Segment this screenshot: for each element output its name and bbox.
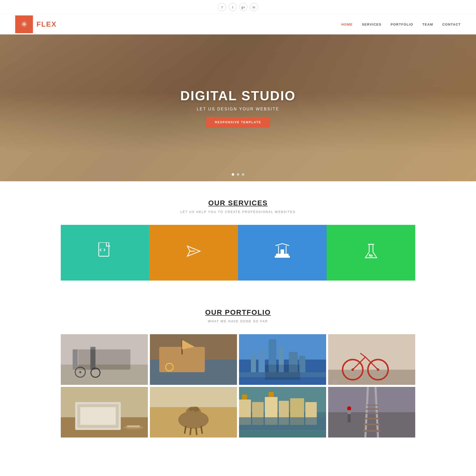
svg-rect-12: [73, 349, 78, 370]
svg-rect-77: [366, 405, 378, 406]
svg-rect-27: [279, 347, 284, 372]
portfolio-item-8[interactable]: [328, 387, 415, 438]
logo[interactable]: ✳ FLEX: [15, 15, 57, 33]
svg-rect-48: [127, 425, 140, 427]
svg-rect-5: [281, 249, 284, 254]
logo-icon: ✳: [21, 19, 28, 29]
nav-services-link[interactable]: SERVICES: [362, 23, 382, 26]
lab-icon: [364, 243, 378, 263]
portfolio-item-4[interactable]: 45: [328, 334, 415, 385]
svg-rect-3: [275, 256, 290, 258]
nav-home[interactable]: HOME: [341, 22, 353, 27]
svg-rect-69: [239, 417, 326, 430]
svg-point-58: [189, 407, 193, 411]
hero-section: DIGITAL STUDIO LET US DESIGN YOUR WEBSIT…: [0, 34, 476, 181]
service-card-code[interactable]: [61, 225, 149, 281]
portfolio-title: OUR PORTFOLIO: [15, 308, 461, 316]
hero-dot-2[interactable]: [237, 173, 239, 176]
hero-subtitle: LET US DESIGN YOUR WEBSITE: [180, 107, 296, 111]
send-icon: [186, 244, 201, 262]
portfolio-item-6[interactable]: [150, 387, 237, 438]
service-card-send[interactable]: [149, 225, 238, 281]
hero-dot-3[interactable]: [242, 173, 244, 176]
portfolio-section: OUR PORTFOLIO WHAT WE HAVE DONE SO FAR: [0, 298, 476, 455]
nav-contact-link[interactable]: CONTACT: [442, 23, 461, 26]
svg-rect-29: [251, 354, 256, 372]
nav-team-link[interactable]: TEAM: [422, 23, 433, 26]
svg-rect-73: [364, 424, 380, 425]
twitter-icon[interactable]: t: [229, 3, 237, 11]
portfolio-item-2[interactable]: [150, 334, 237, 385]
nav-team[interactable]: TEAM: [422, 22, 433, 27]
portfolio-item-1[interactable]: [61, 334, 148, 385]
hero-dots: [232, 173, 244, 176]
portfolio-item-3[interactable]: [239, 334, 326, 385]
library-icon: [273, 243, 291, 263]
google-icon[interactable]: g+: [239, 3, 247, 11]
portfolio-grid: 45: [61, 334, 415, 438]
portfolio-item-5[interactable]: [61, 387, 148, 438]
svg-rect-26: [259, 349, 265, 372]
nav-contact[interactable]: CONTACT: [442, 22, 461, 27]
svg-rect-68: [269, 392, 274, 397]
svg-rect-46: [80, 407, 116, 425]
navbar: ✳ FLEX HOME SERVICES PORTFOLIO TEAM CONT…: [0, 14, 476, 34]
services-title: OUR SERVICES: [15, 199, 461, 207]
linkedin-icon[interactable]: in: [250, 3, 258, 11]
svg-point-57: [193, 407, 199, 412]
svg-rect-30: [299, 356, 305, 372]
svg-point-8: [369, 254, 370, 256]
hero-dot-1[interactable]: [232, 173, 234, 176]
service-card-lab[interactable]: [327, 225, 415, 281]
logo-text: FLEX: [33, 20, 57, 28]
hero-title: DIGITAL STUDIO: [180, 88, 296, 103]
svg-point-79: [347, 406, 351, 410]
svg-rect-13: [90, 347, 95, 370]
nav-links: HOME SERVICES PORTFOLIO TEAM CONTACT: [341, 22, 461, 27]
services-subtitle: LET US HELP YOU TO CREATE PROFESSIONAL W…: [15, 210, 461, 214]
services-grid: [61, 225, 415, 281]
svg-point-80: [347, 410, 351, 414]
svg-rect-25: [269, 339, 276, 372]
svg-line-55: [196, 428, 197, 435]
svg-rect-28: [289, 352, 298, 372]
svg-rect-76: [366, 408, 379, 410]
nav-portfolio-link[interactable]: PORTFOLIO: [391, 23, 413, 26]
svg-rect-31: [239, 372, 326, 377]
social-bar: f t g+ in: [0, 0, 476, 14]
portfolio-subtitle: WHAT WE HAVE DONE SO FAR: [15, 320, 461, 323]
svg-rect-49: [150, 387, 237, 407]
svg-point-15: [79, 371, 81, 373]
code-icon: [97, 242, 113, 263]
facebook-icon[interactable]: f: [218, 3, 226, 11]
logo-box: ✳: [15, 15, 33, 33]
nav-portfolio[interactable]: PORTFOLIO: [391, 22, 413, 27]
nav-home-link[interactable]: HOME: [341, 23, 353, 26]
nav-services[interactable]: SERVICES: [362, 22, 382, 27]
hero-cta-button[interactable]: RESPONSIVE TEMPLATE: [206, 117, 270, 128]
svg-rect-75: [365, 413, 379, 414]
svg-rect-74: [364, 418, 380, 419]
svg-text:45: 45: [332, 379, 338, 385]
svg-rect-72: [363, 430, 381, 432]
portfolio-item-7[interactable]: [239, 387, 326, 438]
hero-content: DIGITAL STUDIO LET US DESIGN YOUR WEBSIT…: [180, 88, 296, 128]
services-section: OUR SERVICES LET US HELP YOU TO CREATE P…: [0, 181, 476, 298]
svg-rect-4: [276, 254, 289, 256]
svg-line-54: [190, 428, 191, 435]
service-card-library[interactable]: [238, 225, 327, 281]
svg-rect-67: [242, 394, 247, 400]
